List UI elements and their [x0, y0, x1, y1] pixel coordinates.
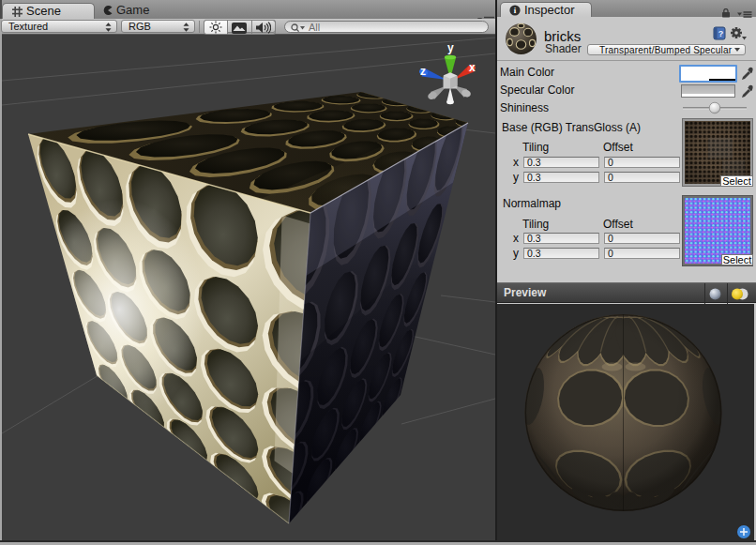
- svg-text:x: x: [469, 61, 476, 74]
- svg-text:y: y: [447, 41, 454, 54]
- svg-text:?: ?: [718, 29, 724, 38]
- svg-text:z: z: [420, 65, 426, 78]
